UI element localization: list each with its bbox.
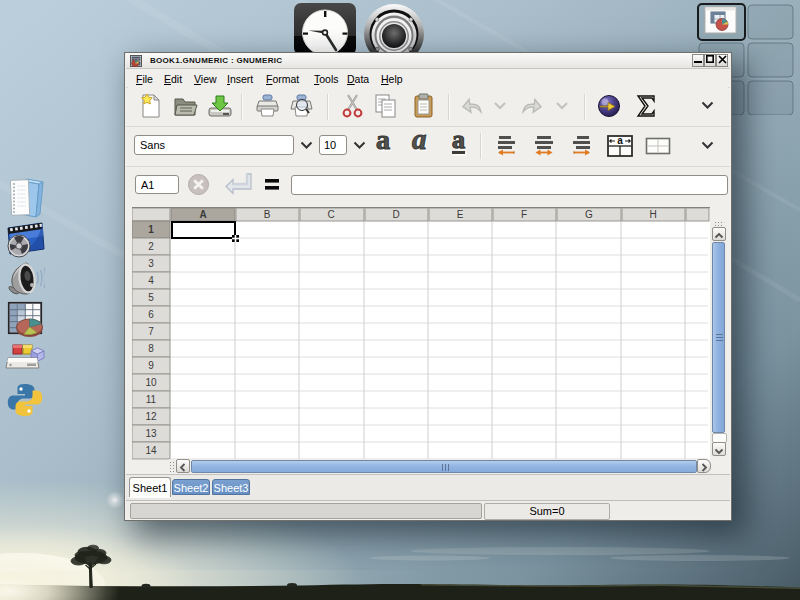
svg-text:G: G	[585, 209, 593, 220]
svg-text:2: 2	[148, 241, 154, 252]
svg-text:7: 7	[148, 326, 154, 337]
svg-text:10: 10	[145, 377, 157, 388]
svg-text:1: 1	[148, 224, 154, 235]
svg-text:13: 13	[145, 428, 157, 439]
svg-text:8: 8	[148, 343, 154, 354]
svg-text:4: 4	[148, 275, 154, 286]
svg-text:5: 5	[148, 292, 154, 303]
svg-text:D: D	[392, 209, 399, 220]
svg-text:12: 12	[145, 411, 157, 422]
svg-text:6: 6	[148, 309, 154, 320]
svg-text:F: F	[521, 209, 527, 220]
svg-text:a: a	[617, 135, 623, 146]
svg-text:A: A	[199, 209, 206, 220]
svg-text:H: H	[649, 209, 656, 220]
svg-text:C: C	[327, 209, 334, 220]
svg-text:14: 14	[145, 445, 157, 456]
svg-text:E: E	[457, 209, 464, 220]
svg-text:B: B	[264, 209, 271, 220]
svg-text:9: 9	[148, 360, 154, 371]
svg-text:11: 11	[146, 394, 157, 405]
svg-text:3: 3	[148, 258, 154, 269]
